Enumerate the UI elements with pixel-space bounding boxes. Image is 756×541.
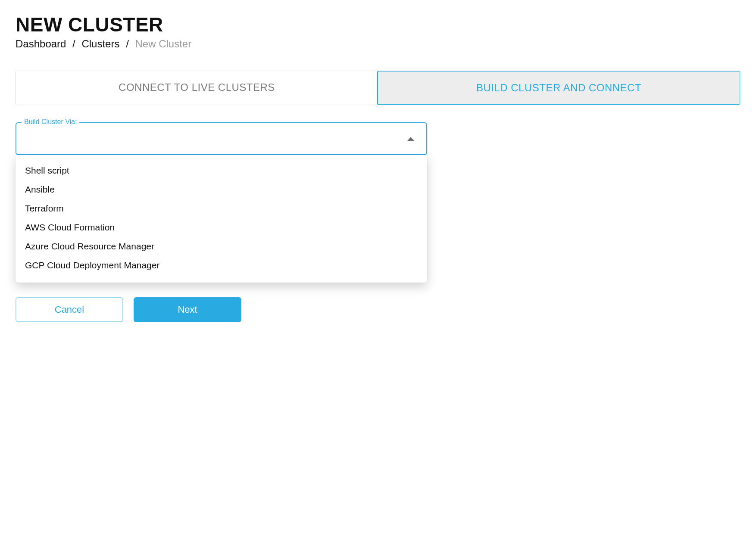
breadcrumb-clusters[interactable]: Clusters — [81, 38, 119, 50]
option-shell-script[interactable]: Shell script — [16, 161, 427, 180]
breadcrumb-separator: / — [126, 38, 129, 50]
option-ansible[interactable]: Ansible — [16, 180, 427, 199]
build-via-field: Build Cluster Via: Shell script Ansible … — [16, 122, 427, 322]
tabs: CONNECT TO LIVE CLUSTERS BUILD CLUSTER A… — [16, 71, 740, 105]
breadcrumb-separator: / — [72, 38, 75, 50]
action-row: Cancel Next — [16, 297, 427, 322]
build-via-label: Build Cluster Via: — [22, 118, 79, 126]
option-terraform[interactable]: Terraform — [16, 199, 427, 218]
breadcrumb: Dashboard / Clusters / New Cluster — [16, 38, 740, 50]
tab-build-connect[interactable]: BUILD CLUSTER AND CONNECT — [377, 71, 740, 105]
build-via-select[interactable] — [16, 122, 427, 155]
tab-connect-live[interactable]: CONNECT TO LIVE CLUSTERS — [16, 71, 378, 105]
breadcrumb-current: New Cluster — [135, 38, 191, 50]
option-aws-cloud-formation[interactable]: AWS Cloud Formation — [16, 218, 427, 237]
breadcrumb-dashboard[interactable]: Dashboard — [16, 38, 66, 50]
option-azure-crm[interactable]: Azure Cloud Resource Manager — [16, 237, 427, 256]
chevron-up-icon — [407, 137, 414, 141]
page-title: NEW CLUSTER — [16, 13, 740, 36]
option-gcp-cdm[interactable]: GCP Cloud Deployment Manager — [16, 256, 427, 275]
build-via-dropdown: Shell script Ansible Terraform AWS Cloud… — [16, 155, 427, 283]
next-button[interactable]: Next — [134, 297, 241, 322]
cancel-button[interactable]: Cancel — [16, 297, 123, 322]
